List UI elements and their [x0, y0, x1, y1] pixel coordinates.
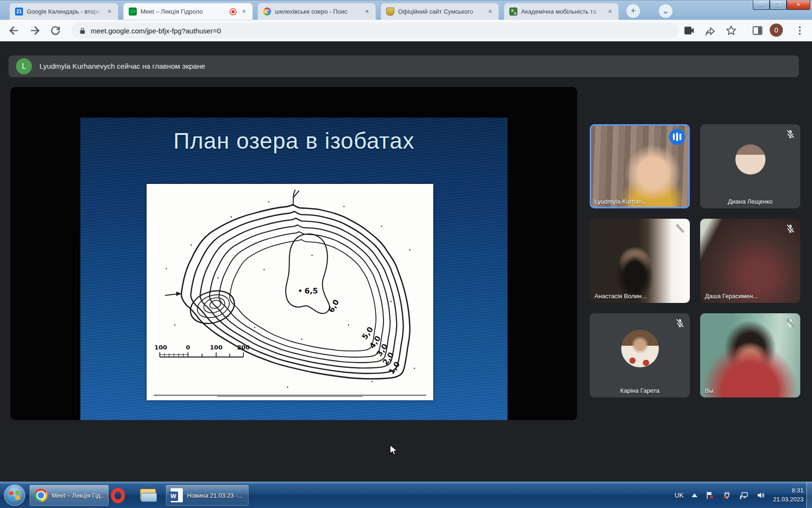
- depth-label: 6,5: [304, 286, 318, 295]
- language-indicator[interactable]: UK: [674, 492, 683, 499]
- svg-text:200: 200: [237, 344, 250, 351]
- participant-name: Даша Герасимен...: [705, 293, 758, 300]
- windows-taskbar: Meet – Лекція Гід... Новина 21.03.23 -..…: [0, 482, 812, 508]
- slide: План озера в ізобатах: [80, 118, 508, 420]
- close-icon[interactable]: ×: [486, 8, 494, 16]
- presenting-banner: L Lyudmyla Kurhanevych сейчас на главном…: [8, 56, 799, 77]
- mouse-cursor: [389, 445, 398, 455]
- meet-page: L Lyudmyla Kurhanevych сейчас на главном…: [0, 41, 812, 482]
- tab-academic-mobility[interactable]: Академічна мобільність та ×: [504, 3, 619, 20]
- browser-tab-strip: 21 Google Календарь - вторн × Meet – Лек…: [0, 0, 812, 20]
- participant-name: Вы: [705, 387, 713, 394]
- emblem-icon: [386, 8, 394, 16]
- tab-search-chevron-icon[interactable]: ⌄: [659, 4, 672, 18]
- tray-date: 21.03.2023: [773, 495, 804, 504]
- screen: 21 Google Календарь - вторн × Meet – Лек…: [0, 0, 812, 508]
- chrome-icon: [34, 489, 47, 502]
- tab-google-search[interactable]: шелехівське озеро - Поис ×: [258, 3, 376, 20]
- tab-title: Meet – Лекція Гідроло: [141, 8, 226, 15]
- close-icon[interactable]: ×: [606, 8, 614, 16]
- taskbar-button-label: Новина 21.03.23 -...: [187, 492, 242, 499]
- avatar: [735, 144, 765, 175]
- restore-button[interactable]: ❐: [770, 0, 787, 10]
- participant-name: Диана Лещенко: [700, 198, 800, 205]
- volume-icon[interactable]: [756, 491, 765, 500]
- recording-indicator-icon: [230, 9, 236, 15]
- browser-menu-icon[interactable]: [793, 24, 806, 37]
- svg-text:100: 100: [210, 344, 222, 351]
- meet-icon: [129, 8, 137, 16]
- tab-google-calendar[interactable]: 21 Google Календарь - вторн ×: [9, 3, 118, 20]
- close-icon[interactable]: ×: [240, 8, 248, 16]
- share-icon[interactable]: [704, 24, 717, 37]
- url-text: meet.google.com/jpe-bfjx-fpg?authuser=0: [91, 27, 221, 35]
- participant-tile[interactable]: Каріна Гарета: [590, 313, 690, 397]
- taskbar-clock[interactable]: 8:31 21.03.2023: [773, 486, 804, 504]
- new-tab-button[interactable]: +: [626, 4, 640, 18]
- participant-name: Lyudmyla Kurhan...: [594, 198, 647, 205]
- close-icon[interactable]: ×: [105, 8, 114, 16]
- minimize-button[interactable]: —: [753, 0, 770, 10]
- tray-time: 8:31: [773, 486, 804, 495]
- speaking-indicator-icon: [669, 129, 685, 145]
- participant-tile-self[interactable]: Вы: [700, 313, 800, 397]
- tab-meet[interactable]: Meet – Лекція Гідроло ×: [123, 3, 253, 20]
- presentation-stage[interactable]: План озера в ізобатах: [10, 87, 577, 420]
- calendar-icon: 21: [15, 8, 23, 16]
- side-panel-icon[interactable]: [751, 24, 764, 37]
- network-icon[interactable]: [739, 491, 749, 500]
- presenter-avatar: L: [16, 58, 32, 74]
- power-issue-icon[interactable]: [722, 491, 732, 500]
- lake-isobath-map: 6,5 6,0 5,0 4,0 3,0 2,0 1,0 100 0 100: [147, 184, 433, 400]
- svg-text:100: 100: [154, 344, 167, 351]
- close-window-button[interactable]: ✕: [787, 0, 810, 10]
- tab-title: Офіційний сайт Сумського: [398, 8, 482, 15]
- tab-title: Академічна мобільність та: [521, 8, 602, 15]
- participant-tile[interactable]: Анастасія Волин...: [590, 219, 690, 303]
- address-bar[interactable]: meet.google.com/jpe-bfjx-fpg?authuser=0: [71, 23, 679, 39]
- system-tray: UK 8:31 21.03.2023: [674, 482, 804, 508]
- word-icon: [171, 488, 183, 502]
- taskbar-opera-icon[interactable]: [111, 488, 125, 503]
- reload-icon[interactable]: [49, 24, 62, 37]
- camera-in-use-icon[interactable]: [683, 24, 696, 37]
- participant-name: Каріна Гарета: [590, 387, 690, 394]
- taskbar-word-button[interactable]: Новина 21.03.23 -...: [165, 484, 249, 506]
- svg-text:0: 0: [186, 344, 190, 351]
- lock-icon: [79, 27, 86, 34]
- participant-tile[interactable]: Даша Герасимен...: [700, 219, 800, 303]
- close-icon[interactable]: ×: [363, 8, 371, 16]
- google-icon: [263, 8, 271, 16]
- taskbar-button-label: Meet – Лекція Гід...: [52, 492, 104, 499]
- participant-tile[interactable]: Диана Лещенко: [700, 124, 800, 208]
- participant-name: Анастасія Волин...: [594, 293, 647, 300]
- browser-toolbar: meet.google.com/jpe-bfjx-fpg?authuser=0 …: [0, 20, 812, 41]
- show-desktop-button[interactable]: [806, 482, 812, 508]
- bookmark-star-icon[interactable]: [725, 24, 738, 37]
- windows-flag-icon: [9, 491, 20, 500]
- presenting-banner-text: Lyudmyla Kurhanevych сейчас на главном э…: [39, 62, 205, 71]
- back-icon[interactable]: [8, 24, 21, 37]
- tab-title: Google Календарь - вторн: [27, 8, 102, 15]
- tab-official-site[interactable]: Офіційний сайт Сумського ×: [381, 3, 499, 20]
- participant-tile[interactable]: Lyudmyla Kurhan...: [590, 124, 690, 208]
- forward-icon[interactable]: [28, 24, 41, 37]
- slide-title: План озера в ізобатах: [80, 128, 508, 154]
- taskbar-explorer-icon[interactable]: [140, 489, 156, 502]
- depth-point-dot: [299, 289, 301, 292]
- taskbar-chrome-button[interactable]: Meet – Лекція Гід...: [29, 484, 109, 506]
- isobath-label: 6,0: [327, 298, 341, 314]
- university-icon: [509, 8, 517, 16]
- action-center-flag-icon[interactable]: [705, 491, 715, 500]
- profile-avatar[interactable]: 0: [770, 24, 783, 37]
- tab-title: шелехівське озеро - Поис: [275, 8, 359, 15]
- tray-expand-icon[interactable]: [691, 493, 698, 498]
- window-controls: — ❐ ✕: [753, 0, 810, 10]
- start-button[interactable]: [4, 484, 25, 506]
- avatar: [621, 330, 659, 367]
